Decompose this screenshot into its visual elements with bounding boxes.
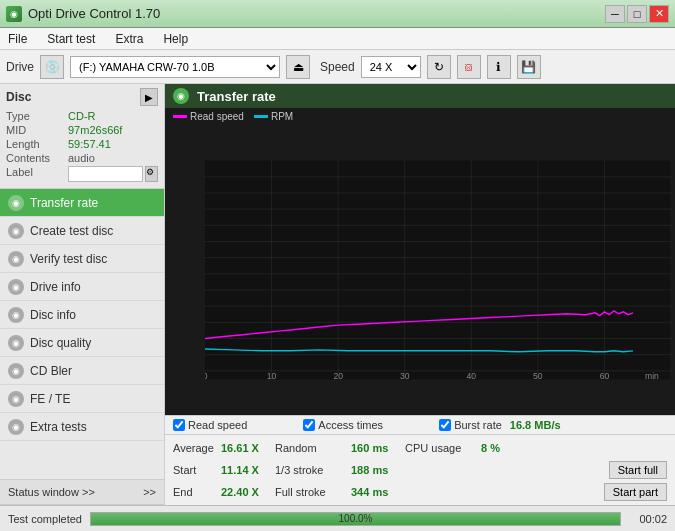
nav-disc-quality[interactable]: ◉ Disc quality [0, 329, 164, 357]
disc-type-row: Type CD-R [6, 110, 158, 122]
svg-text:10: 10 [267, 371, 277, 381]
menu-start-test[interactable]: Start test [43, 30, 99, 48]
read-speed-stats-label: Read speed [188, 419, 247, 431]
cpu-value: 8 % [481, 442, 511, 454]
minimize-button[interactable]: ─ [605, 5, 625, 23]
nav-label-create-test-disc: Create test disc [30, 224, 113, 238]
eject-button[interactable]: ⏏ [286, 55, 310, 79]
nav-label-drive-info: Drive info [30, 280, 81, 294]
access-times-checkbox[interactable] [303, 419, 315, 431]
close-button[interactable]: ✕ [649, 5, 669, 23]
start-label: Start [173, 464, 215, 476]
legend-read-speed-label: Read speed [190, 111, 244, 122]
menu-file[interactable]: File [4, 30, 31, 48]
random-value: 160 ms [351, 442, 399, 454]
svg-text:min: min [645, 371, 659, 381]
titlebar-title: Opti Drive Control 1.70 [28, 6, 160, 21]
disc-type-label: Type [6, 110, 68, 122]
disc-mid-value: 97m26s66f [68, 124, 122, 136]
disc-contents-value: audio [68, 152, 95, 164]
start-value: 11.14 X [221, 464, 269, 476]
end-value: 22.40 X [221, 486, 269, 498]
drive-label: Drive [6, 60, 34, 74]
status-text: Test completed [8, 513, 82, 525]
data-row-end: End 22.40 X Full stroke 344 ms Start par… [173, 481, 667, 503]
sidebar: Disc ▶ Type CD-R MID 97m26s66f Length 59… [0, 84, 165, 505]
avg-label: Average [173, 442, 215, 454]
end-label: End [173, 486, 215, 498]
save-button[interactable]: 💾 [517, 55, 541, 79]
chart-svg: 52X 48X 44X 40X 36X 32X 28X 24X 20X 16X … [205, 129, 671, 411]
read-speed-checkbox[interactable] [173, 419, 185, 431]
maximize-button[interactable]: □ [627, 5, 647, 23]
statusbar: Test completed 100.0% 00:02 [0, 505, 675, 531]
menubar: File Start test Extra Help [0, 28, 675, 50]
disc-mid-row: MID 97m26s66f [6, 124, 158, 136]
titlebar-left: ◉ Opti Drive Control 1.70 [6, 6, 160, 22]
disc-type-value: CD-R [68, 110, 96, 122]
menu-help[interactable]: Help [159, 30, 192, 48]
chart-icon: ◉ [173, 88, 189, 104]
nav-label-extra-tests: Extra tests [30, 420, 87, 434]
nav-container: ◉ Transfer rate ◉ Create test disc ◉ Ver… [0, 189, 164, 441]
disc-header: Disc ▶ [6, 88, 158, 106]
legend-rpm-label: RPM [271, 111, 293, 122]
drive-select[interactable]: (F:) YAMAHA CRW-70 1.0B [70, 56, 280, 78]
chart-header: ◉ Transfer rate [165, 84, 675, 108]
label-settings-button[interactable]: ⚙ [145, 166, 158, 182]
chart-area: 52X 48X 44X 40X 36X 32X 28X 24X 20X 16X … [165, 125, 675, 415]
chart-legend: Read speed RPM [165, 108, 675, 125]
stroke13-label: 1/3 stroke [275, 464, 345, 476]
start-part-button[interactable]: Start part [604, 483, 667, 501]
svg-text:0: 0 [205, 371, 208, 381]
info-button[interactable]: ℹ [487, 55, 511, 79]
speed-select[interactable]: 24 X [361, 56, 421, 78]
titlebar-controls: ─ □ ✕ [605, 5, 669, 23]
disc-label-row: Label ⚙ [6, 166, 158, 182]
burst-rate-checkbox[interactable] [439, 419, 451, 431]
nav-label-disc-quality: Disc quality [30, 336, 91, 350]
disc-contents-label: Contents [6, 152, 68, 164]
disc-label-input[interactable] [68, 166, 143, 182]
menu-extra[interactable]: Extra [111, 30, 147, 48]
status-window-button[interactable]: Status window >> >> [0, 479, 164, 505]
nav-label-verify-test-disc: Verify test disc [30, 252, 107, 266]
disc-label-label: Label [6, 166, 68, 182]
start-full-button[interactable]: Start full [609, 461, 667, 479]
access-times-checkbox-group: Access times [303, 419, 383, 431]
nav-transfer-rate[interactable]: ◉ Transfer rate [0, 189, 164, 217]
burst-rate-checkbox-group: Burst rate [439, 419, 502, 431]
nav-extra-tests[interactable]: ◉ Extra tests [0, 413, 164, 441]
nav-create-test-disc[interactable]: ◉ Create test disc [0, 217, 164, 245]
nav-icon-fe-te: ◉ [8, 391, 24, 407]
nav-fe-te[interactable]: ◉ FE / TE [0, 385, 164, 413]
erase-button[interactable]: ⦻ [457, 55, 481, 79]
chart-title: Transfer rate [197, 89, 276, 104]
disc-options-button[interactable]: ▶ [140, 88, 158, 106]
drivebar: Drive 💿 (F:) YAMAHA CRW-70 1.0B ⏏ Speed … [0, 50, 675, 84]
nav-verify-test-disc[interactable]: ◉ Verify test disc [0, 245, 164, 273]
nav-icon-cd-bler: ◉ [8, 363, 24, 379]
disc-mid-label: MID [6, 124, 68, 136]
svg-text:30: 30 [400, 371, 410, 381]
full-stroke-label: Full stroke [275, 486, 345, 498]
nav-drive-info[interactable]: ◉ Drive info [0, 273, 164, 301]
data-row-start: Start 11.14 X 1/3 stroke 188 ms Start fu… [173, 459, 667, 481]
nav-disc-info[interactable]: ◉ Disc info [0, 301, 164, 329]
svg-text:60: 60 [600, 371, 610, 381]
access-times-stats-label: Access times [318, 419, 383, 431]
random-label: Random [275, 442, 345, 454]
refresh-button[interactable]: ↻ [427, 55, 451, 79]
legend-read-speed: Read speed [173, 111, 244, 122]
progress-text: 100.0% [91, 513, 620, 525]
svg-text:40: 40 [467, 371, 477, 381]
nav-icon-extra-tests: ◉ [8, 419, 24, 435]
svg-text:50: 50 [533, 371, 543, 381]
full-stroke-value: 344 ms [351, 486, 399, 498]
nav-icon-disc-info: ◉ [8, 307, 24, 323]
status-window-label: Status window >> [8, 486, 95, 498]
stroke13-value: 188 ms [351, 464, 399, 476]
speed-label: Speed [320, 60, 355, 74]
data-rows: Average 16.61 X Random 160 ms CPU usage … [165, 434, 675, 505]
nav-cd-bler[interactable]: ◉ CD Bler [0, 357, 164, 385]
